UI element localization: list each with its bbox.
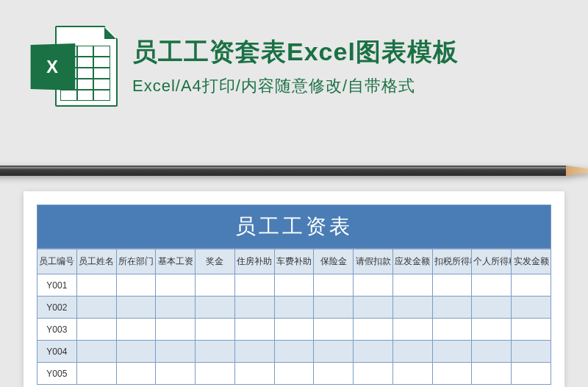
column-header: 住房补助 (234, 249, 274, 274)
column-header: 所在部门 (116, 249, 156, 274)
table-cell (472, 341, 512, 363)
sheet-title: 员工工资表 (37, 205, 551, 249)
table-cell (234, 319, 274, 341)
excel-icon-badge: X (31, 43, 76, 90)
table-cell (274, 297, 314, 319)
table-cell (116, 297, 156, 319)
column-header: 员工姓名 (76, 249, 116, 274)
pencil-body (0, 166, 566, 176)
table-cell (314, 363, 354, 385)
table-cell (234, 274, 274, 297)
table-row: Y001 (37, 274, 551, 297)
employee-id-cell: Y004 (37, 341, 77, 363)
table-row: Y005 (37, 363, 551, 385)
pencil-tip (566, 166, 588, 176)
table-cell (196, 297, 235, 319)
table-cell (76, 297, 116, 319)
table-cell (116, 363, 156, 385)
table-cell (392, 274, 432, 297)
table-cell (432, 274, 472, 297)
table-cell (512, 274, 551, 297)
table-cell (116, 319, 156, 341)
table-row: Y002 (37, 297, 551, 319)
pencil-divider (0, 166, 588, 176)
main-title: 员工工资套表Excel图表模板 (132, 35, 559, 69)
table-cell (196, 341, 235, 363)
column-header: 实发金额 (512, 249, 551, 274)
table-cell (234, 363, 274, 385)
column-header: 员工编号 (37, 249, 77, 274)
table-cell (392, 319, 432, 341)
table-cell (432, 341, 472, 363)
table-cell (472, 297, 512, 319)
table-cell (432, 363, 472, 385)
column-header: 基本工资 (156, 249, 196, 274)
column-header: 请假扣款 (354, 249, 393, 274)
table-cell (274, 319, 314, 341)
table-cell (472, 319, 512, 341)
table-cell (234, 341, 274, 363)
table-cell (512, 297, 551, 319)
table-row: Y003 (37, 319, 551, 341)
table-cell (76, 363, 116, 385)
subtitle: Excel/A4打印/内容随意修改/自带格式 (132, 75, 559, 97)
employee-id-cell: Y005 (37, 363, 77, 385)
table-cell (116, 341, 156, 363)
table-cell (314, 341, 354, 363)
employee-id-cell: Y001 (37, 274, 77, 297)
table-cell (314, 274, 354, 297)
table-cell (472, 274, 512, 297)
table-cell (76, 319, 116, 341)
table-cell (76, 274, 116, 297)
column-header: 个人所得税 (472, 249, 512, 274)
title-block: 员工工资套表Excel图表模板 Excel/A4打印/内容随意修改/自带格式 (132, 35, 559, 97)
table-cell (392, 341, 432, 363)
table-cell (274, 341, 314, 363)
column-header: 保险金 (314, 249, 354, 274)
header: X 员工工资套表Excel图表模板 Excel/A4打印/内容随意修改/自带格式 (0, 0, 588, 125)
table-cell (314, 319, 354, 341)
table-cell (392, 363, 432, 385)
table-header-row: 员工编号员工姓名所在部门基本工资奖金住房补助车费补助保险金请假扣款应发金额扣税所… (37, 249, 551, 274)
table-cell (234, 297, 274, 319)
table-cell (432, 297, 472, 319)
table-cell (512, 319, 551, 341)
spreadsheet-preview: 员工工资表 员工编号员工姓名所在部门基本工资奖金住房补助车费补助保险金请假扣款应… (24, 191, 564, 387)
column-header: 奖金 (196, 249, 235, 274)
table-cell (432, 319, 472, 341)
table-cell (116, 274, 156, 297)
table-row: Y004 (37, 341, 551, 363)
column-header: 车费补助 (274, 249, 314, 274)
table-cell (314, 297, 354, 319)
table-cell (156, 297, 196, 319)
table-cell (472, 363, 512, 385)
salary-table: 员工编号员工姓名所在部门基本工资奖金住房补助车费补助保险金请假扣款应发金额扣税所… (37, 249, 551, 385)
table-cell (354, 319, 393, 341)
table-cell (196, 319, 235, 341)
employee-id-cell: Y003 (37, 319, 77, 341)
table-cell (354, 297, 393, 319)
employee-id-cell: Y002 (37, 297, 77, 319)
table-cell (354, 363, 393, 385)
column-header: 扣税所得税 (432, 249, 472, 274)
table-cell (274, 274, 314, 297)
table-cell (512, 363, 551, 385)
excel-icon: X (29, 22, 118, 110)
table-cell (512, 341, 551, 363)
table-cell (76, 341, 116, 363)
table-cell (156, 274, 196, 297)
table-cell (156, 319, 196, 341)
table-cell (156, 341, 196, 363)
table-cell (196, 274, 235, 297)
table-cell (274, 363, 314, 385)
table-cell (392, 297, 432, 319)
table-cell (354, 341, 393, 363)
table-cell (156, 363, 196, 385)
table-cell (354, 274, 393, 297)
table-cell (196, 363, 235, 385)
column-header: 应发金额 (392, 249, 432, 274)
